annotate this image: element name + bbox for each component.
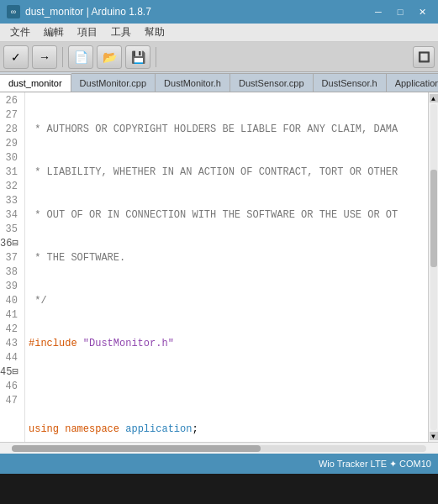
app-icon-symbol: ∞ — [11, 8, 16, 16]
h-scroll-thumb[interactable] — [12, 445, 261, 452]
serial-monitor-button[interactable]: 🔲 — [413, 46, 435, 68]
ln-32: 32 — [0, 180, 21, 194]
horizontal-scrollbar[interactable] — [0, 442, 438, 454]
menu-file[interactable]: 文件 — [3, 24, 37, 41]
window-title: dust_monitor | Arduino 1.8.7 — [25, 6, 151, 18]
close-button[interactable]: ✕ — [413, 4, 431, 19]
vertical-scrollbar[interactable]: ▲ ▼ — [428, 92, 438, 442]
toolbar-right: 🔲 — [413, 46, 435, 68]
tabs-bar: dust_monitor DustMonitor.cpp DustMonitor… — [0, 72, 438, 92]
status-text: Wio Tracker LTE ✦ COM10 — [319, 459, 431, 470]
code-line-27: * LIABILITY, WHETHER IN AN ACTION OF CON… — [29, 165, 425, 180]
ln-34: 34 — [0, 208, 21, 223]
h-scroll-track[interactable] — [12, 445, 426, 452]
title-bar-left: ∞ dust_monitor | Arduino 1.8.7 — [7, 5, 151, 18]
tab-dustmonitor-h[interactable]: DustMonitor.h — [156, 73, 230, 92]
ln-41: 41 — [0, 308, 21, 323]
new-button[interactable]: 📄 — [68, 45, 93, 69]
scroll-thumb[interactable] — [430, 170, 437, 267]
code-line-28: * OUT OF OR IN CONNECTION WITH THE SOFTW… — [29, 208, 425, 223]
code-line-29: * THE SOFTWARE. — [29, 251, 425, 265]
menu-project[interactable]: 項目 — [71, 24, 104, 41]
ln-26: 26 — [0, 94, 21, 108]
ln-46: 46 — [0, 380, 21, 394]
ln-27: 27 — [0, 108, 21, 123]
code-content[interactable]: * AUTHORS OR COPYRIGHT HOLDERS BE LIABLE… — [25, 92, 428, 442]
scroll-track[interactable] — [430, 104, 437, 430]
toolbar-separator-1 — [62, 47, 63, 67]
open-button[interactable]: 📂 — [97, 45, 122, 69]
save-button[interactable]: 💾 — [125, 45, 150, 69]
tab-dustsensor-cpp[interactable]: DustSensor.cpp — [230, 73, 314, 92]
ln-31: 31 — [0, 165, 21, 180]
tab-dustmonitor-cpp[interactable]: DustMonitor.cpp — [71, 73, 156, 92]
tab-application-h[interactable]: Application.h — [387, 73, 438, 92]
menu-tools[interactable]: 工具 — [104, 24, 138, 41]
status-bar: Wio Tracker LTE ✦ COM10 — [0, 454, 438, 474]
maximize-button[interactable]: □ — [391, 4, 409, 19]
ln-30: 30 — [0, 151, 21, 165]
ln-44: 44 — [0, 351, 21, 365]
ln-42: 42 — [0, 323, 21, 337]
code-line-26: * AUTHORS OR COPYRIGHT HOLDERS BE LIABLE… — [29, 123, 425, 137]
tab-dust-monitor[interactable]: dust_monitor — [0, 74, 71, 92]
scroll-up-arrow[interactable]: ▲ — [430, 94, 438, 102]
ln-36: 36⊟ — [0, 237, 21, 251]
menu-bar: 文件 編輯 項目 工具 幫助 — [0, 24, 438, 42]
ln-45: 45⊟ — [0, 365, 21, 380]
minimize-button[interactable]: ─ — [369, 4, 388, 19]
ln-37: 37 — [0, 251, 21, 265]
ln-39: 39 — [0, 280, 21, 294]
code-line-30: */ — [29, 294, 425, 308]
bottom-panel — [0, 474, 438, 504]
code-line-31: #include "DustMonitor.h" — [29, 337, 425, 351]
ln-40: 40 — [0, 294, 21, 308]
upload-button[interactable]: → — [32, 45, 57, 69]
tab-dustsensor-h[interactable]: DustSensor.h — [314, 73, 387, 92]
ln-33: 33 — [0, 194, 21, 208]
toolbar: ✓ → 📄 📂 💾 🔲 — [0, 42, 438, 72]
title-bar: ∞ dust_monitor | Arduino 1.8.7 ─ □ ✕ — [0, 0, 438, 24]
app-icon: ∞ — [7, 5, 20, 18]
ln-47: 47 — [0, 394, 21, 408]
code-area: 26 27 28 29 30 31 32 33 34 35 36⊟ 37 38 … — [0, 92, 438, 442]
scroll-down-arrow[interactable]: ▼ — [430, 432, 438, 440]
code-line-32 — [29, 380, 425, 394]
ln-38: 38 — [0, 265, 21, 280]
ln-29: 29 — [0, 137, 21, 151]
code-line-33: using namespace application; — [29, 423, 425, 437]
menu-help[interactable]: 幫助 — [138, 24, 172, 41]
ln-28: 28 — [0, 123, 21, 137]
toolbar-separator-2 — [156, 47, 156, 67]
menu-edit[interactable]: 編輯 — [37, 24, 71, 41]
verify-button[interactable]: ✓ — [3, 45, 29, 69]
line-numbers: 26 27 28 29 30 31 32 33 34 35 36⊟ 37 38 … — [0, 92, 25, 442]
ln-43: 43 — [0, 337, 21, 351]
window-controls: ─ □ ✕ — [369, 4, 431, 19]
ln-35: 35 — [0, 223, 21, 237]
